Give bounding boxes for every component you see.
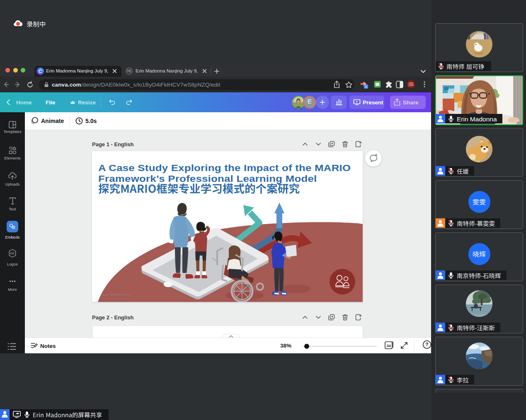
- svg-text:2: 2: [365, 85, 367, 89]
- svg-text:CO.: CO.: [10, 252, 15, 255]
- svg-text:C: C: [39, 69, 42, 74]
- svg-text:34: 34: [386, 343, 391, 348]
- svg-text:?: ?: [425, 342, 428, 348]
- svg-text:Copyright © 2021 MARIO Framewo: Copyright © 2021 MARIO Framework™: [102, 294, 132, 296]
